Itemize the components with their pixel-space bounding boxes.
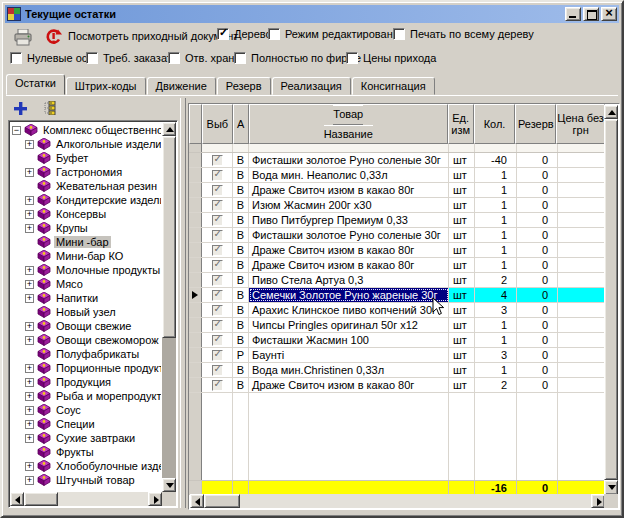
cell-unit[interactable]: шт [449,273,475,287]
cell-unit[interactable]: шт [449,378,475,392]
tree-toggle-icon[interactable]: + [25,406,34,415]
table-row[interactable]: В Изюм Жасмин 200г х30 шт 1 0 [189,198,605,213]
tree-toggle-icon[interactable]: + [25,476,34,485]
cell-a[interactable]: В [233,243,249,257]
tree-item[interactable]: − Комплекс общественно [11,123,161,137]
cell-a[interactable]: В [233,363,249,377]
row-checkbox-cell[interactable] [202,333,233,347]
checkbox-box[interactable] [268,28,280,40]
cell-unit[interactable]: шт [449,183,475,197]
row-checkbox-cell[interactable] [202,363,233,377]
tree-hscroll-thumb[interactable] [24,492,58,506]
row-checkbox-icon[interactable] [212,170,223,181]
cell-price[interactable] [558,243,607,257]
cell-qty[interactable]: 1 [475,333,517,347]
tree-toggle-icon[interactable]: + [25,378,34,387]
tree-toggle-icon[interactable]: + [25,322,34,331]
tree-scroll-left-button[interactable] [10,492,24,506]
cell-price[interactable] [558,303,607,317]
cell-qty[interactable]: 4 [475,288,517,302]
cell-name[interactable]: Фисташки Жасмин 100 [249,333,449,347]
tree-item[interactable]: + Сухие завтраки [11,431,161,445]
cell-reserve[interactable]: 0 [517,168,558,182]
cell-unit[interactable]: шт [449,258,475,272]
cell-name[interactable]: Драже Свиточ изюм в какао 80г [249,183,449,197]
tree-toggle-icon[interactable]: + [25,462,34,471]
table-row[interactable]: В Вода мин. Неаполис 0,33л шт 1 0 [189,168,605,183]
tab[interactable]: Консигнация [352,77,435,95]
cell-name[interactable]: Пиво Стела Артуа 0,3 [249,273,449,287]
cell-reserve[interactable]: 0 [517,333,558,347]
cell-reserve[interactable]: 0 [517,183,558,197]
cell-name[interactable]: Пиво Питбургер Премиум 0,33 [249,213,449,227]
tab[interactable]: Резерв [217,77,271,95]
cell-unit[interactable]: шт [449,333,475,347]
grid-scroll-down-button[interactable] [604,480,618,495]
table-row[interactable]: В Драже Свиточ изюм в какао 80г шт 1 0 [189,243,605,258]
tree-item[interactable]: Новый узел [11,305,161,319]
checkbox[interactable]: Цены прихода [346,52,436,64]
checkbox-box[interactable] [217,28,229,40]
tree-toggle-icon[interactable]: + [25,336,34,345]
cell-a[interactable]: В [233,213,249,227]
cell-price[interactable] [558,228,607,242]
cell-price[interactable] [558,273,607,287]
cell-reserve[interactable]: 0 [517,303,558,317]
row-checkbox-icon[interactable] [212,155,223,166]
table-row[interactable]: В Драже Свиточ изюм в какао 80г шт 2 0 [189,378,605,393]
row-checkbox-cell[interactable] [202,318,233,332]
cell-reserve[interactable]: 0 [517,213,558,227]
cell-unit[interactable]: шт [449,168,475,182]
row-checkbox-cell[interactable] [202,228,233,242]
tree-toggle-icon[interactable]: + [25,392,34,401]
checkbox[interactable]: Режим редактирования [268,28,405,40]
cell-a[interactable]: В [233,168,249,182]
row-checkbox-cell[interactable] [202,213,233,227]
row-checkbox-icon[interactable] [212,380,223,391]
cell-qty[interactable]: 1 [475,258,517,272]
checkbox[interactable]: Отв. хран. [168,52,237,64]
row-checkbox-cell[interactable] [202,153,233,167]
tree-item[interactable]: + Напитки [11,291,161,305]
row-checkbox-icon[interactable] [212,290,223,301]
cell-name[interactable]: Изюм Жасмин 200г х30 [249,198,449,212]
row-checkbox-cell[interactable] [202,198,233,212]
cell-price[interactable] [558,168,607,182]
checkbox[interactable]: Нулевые ост. [10,52,94,64]
cell-a[interactable]: Р [233,348,249,362]
cell-name[interactable]: Семечки Золотое Руно жареные 30г [249,288,449,302]
checkbox-box[interactable] [234,52,246,64]
cell-reserve[interactable]: 0 [517,273,558,287]
tree-item[interactable]: + Овощи свежоморож [11,333,161,347]
row-checkbox-icon[interactable] [212,260,223,271]
add-item-button[interactable] [10,99,30,117]
row-checkbox-icon[interactable] [212,320,223,331]
row-checkbox-icon[interactable] [212,200,223,211]
cell-a[interactable]: В [233,228,249,242]
table-row[interactable]: В Пиво Стела Артуа 0,3 шт 2 0 [189,273,605,288]
table-row[interactable]: В Пиво Питбургер Премиум 0,33 шт 1 0 [189,213,605,228]
row-checkbox-cell[interactable] [202,378,233,392]
cell-price[interactable] [558,348,607,362]
table-row[interactable]: Р Баунті шт 3 0 [189,348,605,363]
row-checkbox-icon[interactable] [212,335,223,346]
cell-unit[interactable]: шт [449,363,475,377]
tree-toggle-icon[interactable]: + [25,294,34,303]
checkbox-box[interactable] [10,52,22,64]
tree-toggle-icon[interactable]: + [25,434,34,443]
cell-name[interactable]: Фисташки золотое Руно соленые 30г [249,153,449,167]
table-row[interactable]: В Вода мин.Christinen 0,33л шт 1 0 [189,363,605,378]
cell-a[interactable]: В [233,288,249,302]
cell-unit[interactable]: шт [449,153,475,167]
minimize-button[interactable] [565,7,581,21]
cell-qty[interactable]: 1 [475,318,517,332]
cell-qty[interactable]: 1 [475,228,517,242]
refresh-button[interactable] [42,27,64,47]
table-row[interactable]: В Арахис Клинское пиво копчений 30г шт 3… [189,303,605,318]
close-button[interactable] [601,7,617,21]
cell-qty[interactable]: 1 [475,243,517,257]
row-checkbox-icon[interactable] [212,245,223,256]
row-checkbox-icon[interactable] [212,305,223,316]
cell-a[interactable]: В [233,183,249,197]
cell-a[interactable]: В [233,258,249,272]
